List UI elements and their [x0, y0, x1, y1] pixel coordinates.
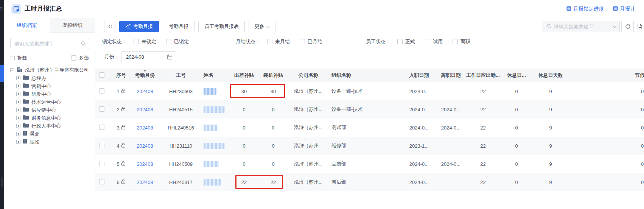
monthly-report-calc-link[interactable]: 月报计 — [613, 6, 635, 12]
row-checkbox[interactable] — [99, 106, 104, 112]
refresh-button[interactable] — [621, 21, 634, 32]
filter-option[interactable]: 已锁定 — [166, 38, 189, 45]
employee-attendance-report-button[interactable]: 员工考勤月报表 — [198, 21, 245, 32]
tree-node[interactable]: 供应链中心 — [4, 106, 95, 114]
cell-workdays: 22 — [465, 119, 501, 137]
tree-node[interactable]: 淏鼎 — [4, 130, 95, 138]
checkbox[interactable] — [71, 55, 76, 61]
month-picker[interactable] — [121, 51, 176, 62]
collapse-all-toggle[interactable]: 折叠 — [11, 55, 27, 61]
tree-node-root[interactable]: 泓浒（苏州）半导体有限公司 — [4, 66, 95, 74]
row-checkbox[interactable] — [99, 143, 104, 148]
org-tree: 泓浒（苏州）半导体有限公司总经办营销中心研发中心技术运营中心供应链中心财务信息中… — [4, 66, 95, 146]
folder-icon — [23, 123, 29, 129]
tree-expand-icon[interactable] — [16, 84, 20, 88]
select-all-checkbox[interactable] — [99, 72, 104, 78]
cell-seq: 6 — [112, 173, 130, 191]
checkbox[interactable] — [267, 39, 272, 44]
calendar-icon — [167, 54, 173, 61]
collapsed-nav-strip[interactable]: 理 — [0, 0, 4, 209]
tree-node-label: 行政人事中心 — [31, 123, 61, 129]
cell-travel: 30 — [229, 82, 260, 100]
cell-install: 0 — [260, 155, 287, 173]
filter-option[interactable]: 正式 — [397, 38, 415, 45]
monthly-report-lock-progress-link[interactable]: 月报锁定进度 — [566, 6, 604, 12]
tree-expand-icon[interactable] — [16, 92, 20, 96]
table-row: 5202408HH24050900泓浒（苏州...品质部2024-0...202… — [95, 155, 644, 173]
row-checkbox[interactable] — [99, 88, 104, 94]
tree-expand-icon[interactable] — [16, 100, 20, 104]
cell-emp_id: HH230603 — [160, 82, 202, 100]
checkbox[interactable] — [300, 39, 305, 44]
filter-option[interactable]: 未月结 — [267, 38, 290, 45]
tree-node[interactable]: 财务信息中心 — [4, 114, 95, 122]
cell-sel — [95, 119, 112, 137]
checkbox[interactable] — [425, 39, 430, 44]
tree-collapse-icon[interactable] — [10, 68, 14, 72]
tree-expand-icon[interactable] — [16, 124, 20, 128]
tree-node[interactable]: 研发中心 — [4, 90, 95, 98]
tab-virtual-org[interactable]: 虚拟组织 — [50, 18, 95, 33]
filter-option[interactable]: 离职 — [453, 38, 470, 45]
attendance-month-link[interactable]: 202408 — [137, 143, 153, 149]
attendance-month-link[interactable]: 202408 — [137, 161, 153, 167]
tree-expand-icon[interactable] — [16, 140, 20, 144]
multiselect-toggle[interactable]: 多选 — [71, 55, 89, 61]
checkbox[interactable] — [453, 39, 458, 44]
tree-node[interactable]: 总经办 — [4, 74, 95, 82]
attendance-month-link[interactable]: 202408 — [137, 125, 153, 131]
link-label: 月报锁定进度 — [573, 6, 604, 12]
attendance-month-link[interactable]: 202408 — [137, 107, 153, 112]
table-search-input[interactable] — [554, 24, 611, 30]
sequence-with-lock: 3 — [117, 125, 125, 131]
header-links: 月报锁定进度 月报计 — [566, 0, 635, 18]
collapse-panel-button[interactable] — [104, 21, 115, 32]
redacted-name — [204, 161, 219, 167]
tree-expand-icon[interactable] — [16, 132, 20, 136]
column-header-rest_days: 休息日天数 — [532, 69, 569, 82]
sequence-with-lock: 1 — [117, 88, 125, 94]
cell-rest: 0 — [501, 173, 532, 191]
tree-expand-icon[interactable] — [16, 116, 20, 120]
row-checkbox[interactable] — [99, 125, 104, 130]
tree-expand-icon[interactable] — [16, 76, 20, 80]
cell-company: 泓浒（苏州... — [287, 173, 330, 191]
row-checkbox[interactable] — [99, 161, 104, 166]
attendance-monthly-report-button-active[interactable]: 考勤月报 — [119, 21, 159, 32]
cell-rest: 0 — [501, 155, 532, 173]
tree-node[interactable]: 泓临 — [4, 138, 95, 146]
cell-name — [202, 100, 229, 119]
export-button[interactable] — [633, 21, 644, 32]
tree-node[interactable]: 技术运营中心 — [4, 98, 95, 106]
attendance-month-link[interactable]: 202408 — [137, 179, 153, 185]
tree-node[interactable]: 行政人事中心 — [4, 122, 95, 130]
checkbox[interactable] — [134, 39, 139, 44]
more-button[interactable]: 更多 — [249, 21, 275, 32]
checkbox[interactable] — [166, 39, 171, 44]
filter-option[interactable]: 未锁定 — [134, 38, 156, 45]
filter-group-label: 月结状态： — [236, 38, 260, 45]
tree-expand-icon[interactable] — [16, 108, 20, 112]
tree-node[interactable]: 营销中心 — [4, 82, 95, 90]
attendance-monthly-report-button[interactable]: 考勤月报 — [163, 21, 194, 32]
attendance-month-link[interactable]: 202408 — [137, 89, 153, 94]
cell-install: 30 — [260, 82, 287, 100]
tab-org-archive[interactable]: 组织档案 — [4, 18, 50, 33]
cell-org: 设备一部-技术 — [330, 100, 401, 119]
cell-rest: 0 — [501, 100, 532, 119]
folder-icon — [23, 83, 29, 89]
filter-option[interactable]: 已月结 — [300, 38, 322, 45]
cell-holiday: 0 — [569, 155, 644, 173]
filter-option[interactable]: 试用 — [425, 38, 443, 45]
search-icon — [546, 23, 552, 30]
filter-caret-icon[interactable] — [143, 70, 146, 73]
filter-option-label: 试用 — [433, 38, 443, 45]
table-icon — [566, 6, 571, 12]
row-checkbox[interactable] — [99, 179, 104, 184]
company-building-icon — [17, 67, 23, 73]
cell-workdays: 22 — [465, 155, 501, 173]
month-input[interactable] — [121, 54, 159, 60]
checkbox[interactable] — [397, 39, 403, 44]
cell-name — [202, 155, 229, 173]
org-search-input[interactable] — [10, 38, 89, 49]
